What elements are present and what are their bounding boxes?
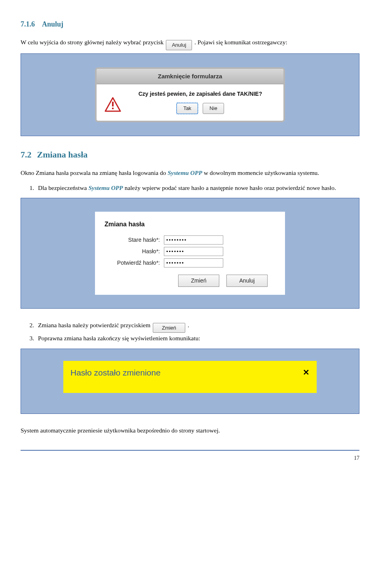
close-icon[interactable]: ✕ [303,366,310,378]
svg-rect-2 [112,108,114,109]
cancel-button[interactable]: Anuluj [226,275,268,287]
dialog-message: Czy jesteś pewien, że zapisałeś dane TAK… [119,90,279,98]
form-row-old: Stare hasło*: [104,235,276,245]
heading-72: 7.2Zmiana hasła [21,148,359,161]
zmien-inline-wrapper: Zmień [153,323,185,333]
success-banner: Hasło zostało zmienione ✕ [63,361,317,393]
closing-paragraph: System automatycznie przeniesie użytkown… [21,426,359,435]
intro-after: w dowolnym momencie użytkowania systemu. [202,169,319,176]
heading-716-title: Anuluj [42,20,63,28]
page-number: 17 [21,454,359,462]
list-item-3: Poprawna zmiana hasła zakończy się wyświ… [36,334,359,343]
anuluj-button[interactable]: Anuluj [166,40,192,50]
screenshot-frame-dialog: Zamknięcie formularza Czy jesteś pewien,… [21,53,359,137]
old-password-label: Stare hasło*: [104,236,164,244]
intro-before: Okno Zmiana hasła pozwala na zmianę hasł… [21,169,167,176]
heading-716: 7.1.6Anuluj [21,19,359,30]
old-password-input[interactable] [164,235,223,245]
zmien-button[interactable]: Zmień [153,323,185,333]
item1-before: Dla bezpieczeństwa [38,184,88,191]
svg-rect-1 [112,102,114,106]
item1-after: należy wpierw podać stare hasło a następ… [123,184,336,191]
new-password-input[interactable] [164,247,223,256]
list-item-2: Zmiana hasła należy potwierdzić przycisk… [36,321,359,331]
dialog-yes-button[interactable]: Tak [177,103,198,114]
screenshot-frame-banner: Hasło zostało zmienione ✕ [21,349,359,414]
para-716-after: . Pojawi się komunikat ostrzegawczy: [194,39,287,46]
numbered-list-2: Zmiana hasła należy potwierdzić przycisk… [36,321,359,343]
numbered-list: Dla bezpieczeństwa Systemu OPP należy wp… [36,183,359,192]
heading-72-number: 7.2 [21,150,32,159]
paragraph-716: W celu wyjścia do strony głównej należy … [21,38,359,48]
screenshot-frame-form: Zmiana hasła Stare hasło*: Hasło*: Potwi… [21,198,359,309]
dialog-title: Zamknięcie formularza [97,69,283,85]
dialog-body: Czy jesteś pewien, że zapisałeś dane TAK… [97,84,283,121]
form-buttons: Zmień Anuluj [104,275,276,287]
heading-72-title: Zmiana hasła [37,150,88,159]
anuluj-inline-wrapper: Anuluj [166,40,192,50]
footer-rule [21,450,359,451]
success-message: Hasło zostało zmienione [70,366,161,379]
new-password-label: Hasło*: [104,247,164,256]
dialog-no-button[interactable]: Nie [203,103,224,114]
confirm-dialog: Zamknięcie formularza Czy jesteś pewien,… [95,67,285,123]
system-name-1: Systemu OPP [167,169,202,176]
item3-text: Poprawna zmiana hasła zakończy się wyświ… [38,335,200,341]
submit-button[interactable]: Zmień [178,275,219,287]
para-716-before: W celu wyjścia do strony głównej należy … [21,39,165,46]
list-item-1: Dla bezpieczeństwa Systemu OPP należy wp… [36,183,359,192]
panel-title: Zmiana hasła [104,220,276,229]
confirm-password-input[interactable] [164,258,223,267]
item2-before: Zmiana hasła należy potwierdzić przycisk… [38,322,152,328]
paragraph-72-intro: Okno Zmiana hasła pozwala na zmianę hasł… [21,168,359,177]
password-change-panel: Zmiana hasła Stare hasło*: Hasło*: Potwi… [95,212,285,295]
heading-716-number: 7.1.6 [21,20,35,28]
form-row-confirm: Potwierdź hasło*: [104,258,276,267]
form-row-new: Hasło*: [104,247,276,256]
confirm-password-label: Potwierdź hasło*: [104,259,164,267]
system-name-2: Systemu OPP [88,184,123,191]
item2-after: . [188,322,189,328]
warning-icon [104,97,121,114]
dialog-buttons: Tak Nie [121,103,279,114]
